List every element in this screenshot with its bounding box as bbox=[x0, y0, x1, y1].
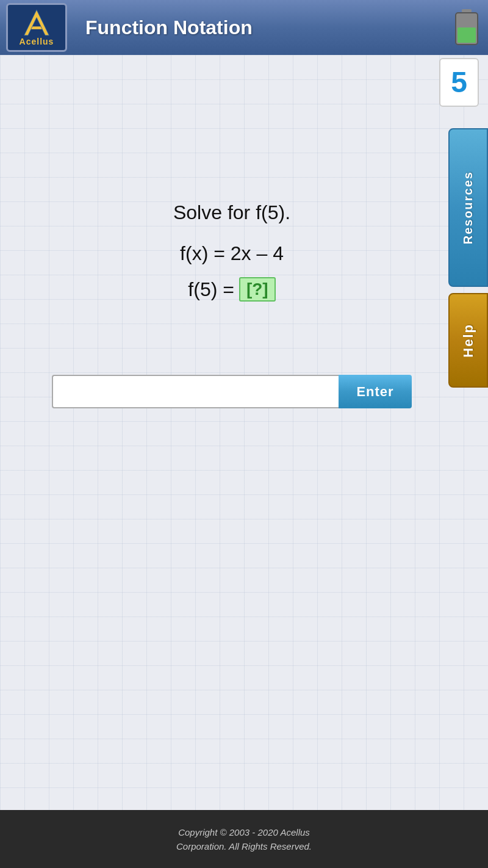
equation-line: f(x) = 2x – 4 bbox=[180, 242, 284, 265]
logo-container: Acellus bbox=[6, 3, 67, 52]
footer-line2: Corporation. All Rights Reserved. bbox=[176, 841, 312, 852]
main-content: Solve for f(5). f(x) = 2x – 4 f(5) = [?]… bbox=[0, 55, 488, 836]
enter-button[interactable]: Enter bbox=[339, 375, 412, 408]
input-area: Enter bbox=[52, 375, 412, 408]
help-label: Help bbox=[461, 324, 476, 358]
score-value: 5 bbox=[451, 68, 467, 97]
answer-prefix: f(5) = bbox=[188, 278, 234, 301]
help-button[interactable]: Help bbox=[448, 293, 488, 388]
score-badge: 5 bbox=[439, 58, 479, 107]
resources-label: Resources bbox=[461, 171, 475, 244]
page-title: Function Notation bbox=[85, 16, 253, 39]
svg-marker-0 bbox=[24, 10, 49, 35]
solve-instruction: Solve for f(5). bbox=[173, 201, 290, 224]
answer-line: f(5) = [?] bbox=[188, 277, 275, 302]
footer: Copyright © 2003 - 2020 Acellus Corporat… bbox=[0, 810, 488, 868]
problem-area: Solve for f(5). f(x) = 2x – 4 f(5) = [?] bbox=[173, 201, 290, 302]
answer-bracket: [?] bbox=[239, 277, 276, 302]
footer-line1: Copyright © 2003 - 2020 Acellus bbox=[178, 827, 310, 837]
logo-icon bbox=[21, 9, 52, 37]
resources-button[interactable]: Resources bbox=[448, 128, 488, 287]
svg-rect-5 bbox=[458, 27, 476, 43]
answer-input[interactable] bbox=[52, 375, 339, 408]
battery-icon bbox=[454, 9, 479, 46]
header: Acellus Function Notation bbox=[0, 0, 488, 55]
